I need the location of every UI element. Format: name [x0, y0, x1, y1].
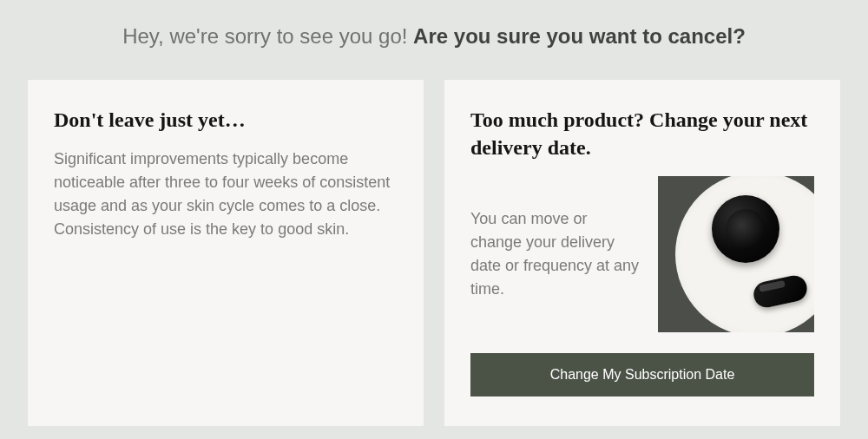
retention-card-title: Don't leave just yet…	[54, 106, 398, 134]
change-subscription-date-button[interactable]: Change My Subscription Date	[470, 353, 814, 396]
page-headline: Hey, we're sorry to see you go! Are you …	[0, 0, 868, 80]
headline-emphasis: Are you sure you want to cancel?	[413, 24, 746, 48]
reschedule-card: Too much product? Change your next deliv…	[444, 80, 840, 426]
card-container: Don't leave just yet… Significant improv…	[0, 80, 868, 426]
reschedule-card-body: You can move or change your delivery dat…	[470, 207, 641, 301]
product-image	[658, 176, 814, 332]
headline-prefix: Hey, we're sorry to see you go!	[122, 24, 413, 48]
reschedule-card-title: Too much product? Change your next deliv…	[470, 106, 814, 162]
retention-card-body: Significant improvements typically becom…	[54, 147, 398, 241]
retention-card: Don't leave just yet… Significant improv…	[28, 80, 424, 426]
